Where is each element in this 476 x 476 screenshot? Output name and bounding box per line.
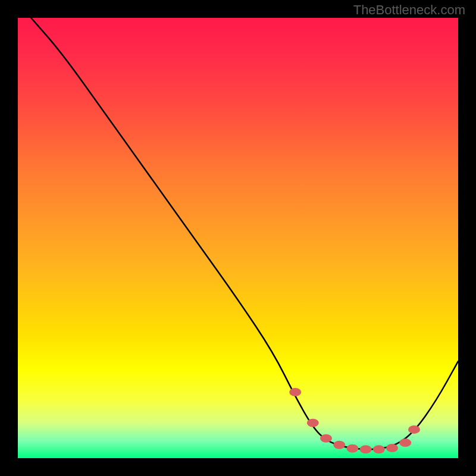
marker-dot bbox=[386, 444, 398, 452]
marker-dot bbox=[360, 445, 372, 453]
marker-dot bbox=[320, 434, 332, 443]
curve-line bbox=[31, 18, 458, 449]
chart-svg bbox=[18, 18, 458, 458]
marker-dot bbox=[307, 419, 319, 427]
marker-dot bbox=[399, 439, 411, 447]
chart-plot-area bbox=[18, 18, 458, 458]
watermark-text: TheBottleneck.com bbox=[353, 2, 465, 18]
marker-dot bbox=[333, 441, 345, 449]
marker-dot bbox=[373, 445, 385, 453]
marker-dots-group bbox=[289, 388, 420, 453]
marker-dot bbox=[346, 444, 358, 453]
marker-dot bbox=[289, 388, 301, 396]
marker-dot bbox=[408, 425, 420, 434]
